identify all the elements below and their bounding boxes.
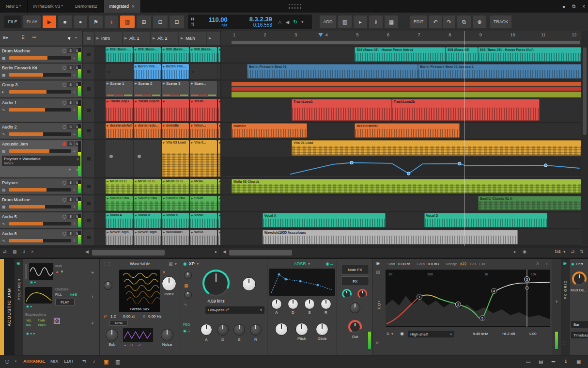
eq-band-power-icon[interactable]: ◉ [400, 331, 404, 336]
active-panel-icon[interactable]: ▣ [104, 359, 108, 365]
wavetable-browse-icon[interactable]: ▦ [169, 261, 173, 266]
clip-stop-cell[interactable] [83, 80, 94, 98]
download-icon[interactable]: ⇓ [564, 359, 568, 364]
undo-button[interactable]: ↶ [429, 16, 442, 28]
add-modulator-2-icon[interactable]: + [91, 294, 94, 300]
notification-dot-icon[interactable]: ● [562, 4, 565, 9]
launcher-clip[interactable]: ▶Soulful Cho... [134, 196, 161, 211]
empty-clip-slot[interactable] [218, 64, 220, 79]
snap-caret-icon[interactable]: ▾ [563, 249, 566, 254]
arrange-view-tab[interactable]: ARRANGE [23, 359, 46, 364]
bend-knob[interactable] [275, 323, 288, 336]
arranger-clip[interactable]: dwindle [232, 123, 307, 138]
volume-fader[interactable] [9, 90, 71, 94]
launcher-clip[interactable]: ▶Wavoloid1... [162, 230, 189, 245]
add-modulator-1-icon[interactable]: + [91, 270, 94, 275]
clip-play-icon[interactable]: ▶ [163, 48, 165, 51]
envelope-modulator-display[interactable] [25, 287, 52, 304]
close-window-icon[interactable]: × [582, 4, 585, 9]
eq-shift-value[interactable]: 0.00 st [398, 262, 410, 266]
add-automation-lane-icon[interactable]: + [68, 167, 71, 172]
send-b-knob[interactable] [357, 289, 367, 299]
clip-play-icon[interactable]: ▶ [135, 64, 137, 68]
launcher-clip[interactable]: ▶deceleratefall [106, 123, 133, 138]
empty-clip-slot[interactable] [218, 81, 220, 97]
selected-device-chain[interactable]: Polymer » WavetableIndex▾ [2, 156, 80, 166]
clip-play-icon[interactable]: ▶ [191, 99, 193, 103]
eq-node-1[interactable]: 1 [417, 294, 422, 300]
solo-button[interactable]: S [67, 82, 74, 87]
sub-knob[interactable] [106, 329, 118, 341]
edit-view-tab[interactable]: EDIT [64, 359, 74, 364]
volume-fader[interactable] [9, 222, 71, 225]
amp-attack-knob[interactable] [271, 299, 282, 309]
timb-expression[interactable]: TIMB [38, 319, 45, 322]
eq-range-20[interactable]: ±20 [469, 262, 476, 266]
clip-play-icon[interactable]: ▶ [163, 99, 165, 103]
empty-clip-slot[interactable] [106, 64, 133, 79]
clip-play-icon[interactable]: ▶ [107, 230, 109, 234]
track-header[interactable]: Group 3SM▸≡ [0, 80, 82, 98]
wavetable-display[interactable]: Farfisa Sax [119, 270, 160, 312]
arm-button[interactable] [62, 125, 66, 129]
scene-play-icon[interactable]: ▶ [96, 36, 99, 40]
eq-band-number[interactable]: 3 [387, 332, 388, 336]
arranger-clip[interactable]: 808 (Bass-08) - House Force (intro) [355, 47, 446, 62]
vertical-scrollbar[interactable] [581, 31, 588, 246]
launcher-scroll-right-icon[interactable]: ▸ [215, 249, 217, 254]
preroll-icon[interactable]: ◀ [285, 19, 289, 25]
feg-attack-knob[interactable] [201, 324, 212, 336]
phase-icon[interactable]: ⊘ [142, 314, 146, 319]
loop-icon[interactable]: ↻ [293, 19, 297, 25]
eq-node-4[interactable]: 4 [492, 288, 497, 294]
launcher-clip[interactable]: ▶ [162, 99, 189, 121]
adsr-envelope-display[interactable] [269, 269, 335, 296]
launcher-clip[interactable]: ▶Vocal... [190, 213, 217, 228]
add-button[interactable]: ADD [320, 16, 336, 28]
clip-play-icon[interactable]: ▶ [135, 230, 137, 234]
eq-node-2[interactable]: 2 [456, 302, 461, 307]
launcher-scroll-thumb[interactable] [92, 250, 165, 256]
scene-play-icon[interactable]: ▶ [209, 36, 211, 40]
volume-fader[interactable] [9, 239, 71, 242]
scene-tab[interactable]: ▶ [207, 32, 220, 45]
track-menu-icon[interactable]: ≡ [73, 222, 76, 226]
amp-sustain-knob[interactable] [304, 299, 315, 309]
solo-button[interactable]: S [67, 141, 74, 146]
zoom-fit-icon[interactable]: ◉ [523, 249, 526, 254]
dice-modulator-icon[interactable]: ⚄ [53, 316, 61, 326]
launcher-clip[interactable]: ▶808 (Bass-... [190, 47, 217, 62]
add-instrument-track-button[interactable]: ▥ [338, 16, 352, 28]
cutoff-value[interactable]: 4.59 kHz [199, 299, 233, 304]
launcher-clip[interactable]: ▶Mella... [190, 179, 217, 194]
add-modulator-3-icon[interactable]: + [91, 320, 94, 326]
song-position[interactable]: 8.3.2.39 [234, 16, 272, 22]
shuffle-icon[interactable]: ⇆ [82, 359, 86, 364]
clip-stop-cell[interactable] [83, 212, 94, 229]
volume-fader[interactable] [9, 149, 71, 153]
clip-play-icon[interactable]: ▶ [219, 196, 220, 200]
project-tab[interactable]: New 1 * [0, 0, 28, 13]
clip-play-icon[interactable]: ▶ [191, 124, 193, 127]
track-list-menu-icon[interactable]: ≡▾ [3, 35, 8, 40]
play-menu-button[interactable]: PLAY [23, 16, 41, 28]
launcher-clip[interactable]: ▶ [218, 123, 220, 138]
feg-sustain-knob[interactable] [233, 324, 245, 336]
clip-play-icon[interactable]: ▶ [163, 141, 165, 144]
restore-window-icon[interactable]: ⧉ [572, 3, 575, 9]
info-icon[interactable]: ⓘ [5, 359, 9, 365]
volume-fader[interactable] [9, 205, 71, 208]
clip-play-icon[interactable]: ▶ [191, 179, 193, 183]
browser-button[interactable]: ▦ [385, 16, 398, 28]
arranger-timeline[interactable]: 808 (Bass-08) - House Force (intro)808 (… [221, 47, 581, 246]
oscillator-display[interactable] [29, 263, 53, 280]
scene-tab[interactable]: ▶Alt. 1 [123, 32, 150, 45]
timebase-dropdown[interactable]: Timebas... [571, 332, 588, 338]
layout-b-button[interactable]: ⊟ [153, 16, 168, 28]
record-button[interactable]: ● [74, 16, 87, 28]
wavetable-collapse-icon[interactable]: ▾ [174, 261, 177, 266]
tool-caret-icon[interactable]: ▾ [75, 35, 77, 40]
playhead-line[interactable] [464, 47, 464, 246]
zoom-height-icon[interactable]: ⇅ [580, 249, 584, 254]
file-menu-button[interactable]: FILE [4, 16, 21, 28]
